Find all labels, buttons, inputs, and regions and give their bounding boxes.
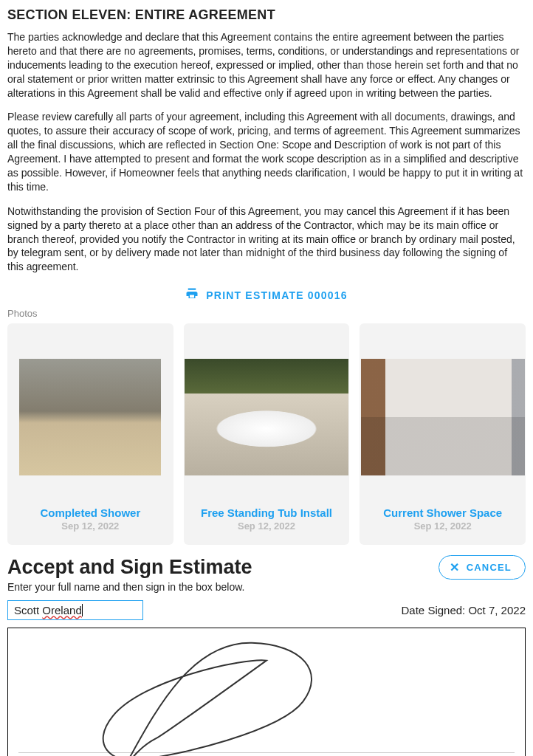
photo-date: Sep 12, 2022 — [61, 520, 119, 532]
signature-stroke — [8, 628, 525, 756]
photo-date: Sep 12, 2022 — [238, 520, 295, 532]
cancel-button[interactable]: ✕ CANCEL — [439, 555, 526, 580]
photo-title: Free Standing Tub Install — [201, 506, 332, 519]
close-icon: ✕ — [450, 560, 460, 574]
photo-thumbnail — [19, 359, 161, 475]
photo-card-completed-shower[interactable]: Completed Shower Sep 12, 2022 — [7, 323, 173, 545]
photo-title: Current Shower Space — [383, 506, 502, 519]
name-date-row: Scott Oreland​ Date Signed: Oct 7, 2022 — [7, 600, 526, 620]
print-icon — [185, 287, 199, 303]
photos-row: Completed Shower Sep 12, 2022 Free Stand… — [7, 323, 526, 545]
photo-title: Completed Shower — [40, 506, 140, 519]
print-estimate-row: PRINT ESTIMATE 000016 — [7, 287, 526, 303]
photo-thumbnail — [361, 359, 525, 475]
photo-card-current-shower-space[interactable]: Current Shower Space Sep 12, 2022 — [360, 323, 526, 545]
accept-title: Accept and Sign Estimate — [7, 556, 252, 579]
agreement-paragraph-1: The parties acknowledge and declare that… — [7, 30, 526, 100]
print-estimate-label: PRINT ESTIMATE 000016 — [206, 289, 347, 301]
date-signed: Date Signed: Oct 7, 2022 — [402, 604, 526, 616]
section-title: SECTION ELEVEN: ENTIRE AGREEMENT — [7, 7, 526, 23]
agreement-paragraph-2: Please review carefully all parts of you… — [7, 110, 526, 193]
signature-box[interactable] — [7, 628, 526, 756]
agreement-paragraph-3: Notwithstanding the provision of Section… — [7, 205, 526, 274]
photos-label: Photos — [7, 308, 526, 319]
cancel-label: CANCEL — [467, 562, 512, 573]
print-estimate-link[interactable]: PRINT ESTIMATE 000016 — [185, 287, 347, 303]
photo-thumbnail — [185, 359, 348, 475]
accept-instruction: Enter your full name and then sign in th… — [7, 581, 526, 593]
photo-date: Sep 12, 2022 — [414, 520, 472, 532]
accept-header-row: Accept and Sign Estimate ✕ CANCEL — [7, 555, 526, 580]
photo-card-free-standing-tub[interactable]: Free Standing Tub Install Sep 12, 2022 — [184, 323, 350, 545]
full-name-input[interactable]: Scott Oreland​ — [7, 600, 143, 620]
